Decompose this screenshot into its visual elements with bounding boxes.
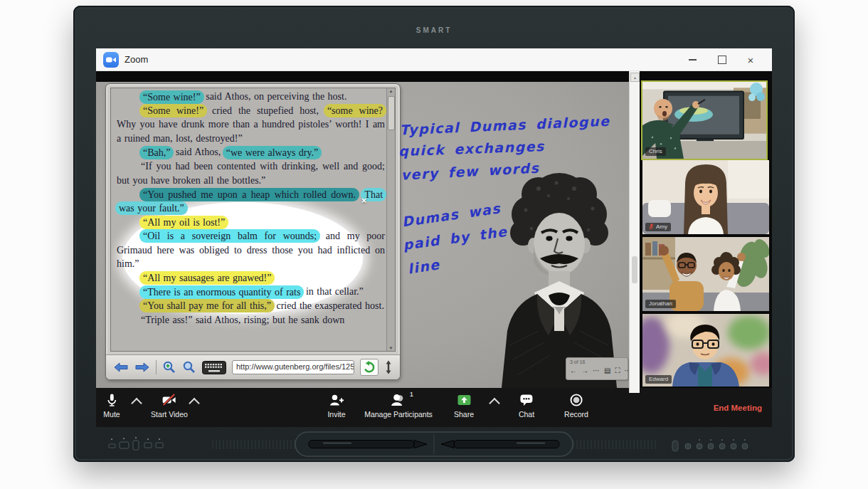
share-label: Share <box>454 410 474 419</box>
camera-off-icon <box>162 393 176 407</box>
video-tile-amy[interactable]: Amy <box>642 160 769 234</box>
video-tile-chris[interactable]: Chris <box>641 80 768 160</box>
invite-button[interactable]: Invite <box>327 393 345 419</box>
close-button[interactable]: × <box>736 48 765 71</box>
window-titlebar: Zoom × <box>96 48 772 71</box>
paragraph: “All my sausages are gnawed!” <box>117 271 385 285</box>
highlighted-text: “some wine? <box>324 104 386 117</box>
page-sorter-icon[interactable]: ▤ <box>604 367 610 375</box>
invite-label: Invite <box>327 410 345 419</box>
zoom-in-button[interactable] <box>162 360 176 374</box>
notebook-scroll-strip[interactable]: ▲ <box>629 71 640 393</box>
overflow-icon[interactable]: ⋯ <box>624 367 629 375</box>
participant-name-tag: Amy <box>645 223 671 231</box>
maximize-icon <box>718 56 726 64</box>
video-options-chevron[interactable] <box>191 399 199 407</box>
record-label: Record <box>564 410 588 419</box>
scrollbar-thumb[interactable] <box>388 96 395 130</box>
chat-button[interactable]: Chat <box>519 393 534 419</box>
paragraph: “Triple ass!” said Athos, rising; but he… <box>117 313 385 327</box>
microphone-icon <box>105 393 119 407</box>
participants-panel: Chris <box>639 71 772 427</box>
keyboard-button[interactable] <box>202 361 226 374</box>
zoom-out-button[interactable] <box>182 360 196 374</box>
dumas-portrait-sketch <box>489 167 629 388</box>
scroll-up-icon[interactable]: ▲ <box>387 89 395 93</box>
share-button[interactable]: Share <box>454 393 474 419</box>
paragraph: “All my oil is lost!” <box>117 215 385 229</box>
zoom-window: Zoom × × “Some wine!” said Athos, on per… <box>96 48 772 427</box>
minimize-icon <box>689 59 697 61</box>
fit-page-icon[interactable]: ⛶ <box>615 367 620 375</box>
participant-name: Jonathan <box>649 300 672 307</box>
end-meeting-button[interactable]: End Meeting <box>714 404 762 412</box>
zoom-logo-icon <box>103 52 119 68</box>
highlighted-text: “Some wine!” <box>139 90 204 104</box>
document-text: “Some wine!” said Athos, on perceiving t… <box>117 90 385 327</box>
screenshot-root: SMART Zoom × × <box>0 0 868 489</box>
paragraph: “If you had been contented with drinking… <box>117 159 385 187</box>
strip-scroll-thumb[interactable] <box>632 256 637 283</box>
participant-name-tag: Jonathan <box>645 300 676 308</box>
url-field[interactable]: http://www.gutenberg.org/files/1257 <box>232 360 354 374</box>
maximize-button[interactable] <box>708 48 736 71</box>
mute-options-chevron[interactable] <box>133 399 141 407</box>
highlighted-text: “There is an enormous quantity of rats <box>139 285 304 299</box>
muted-mic-icon <box>649 224 654 230</box>
meeting-toolbar: Mute Start Video Invite <box>96 388 772 427</box>
video-tile-jonathan[interactable]: Jonathan <box>642 237 769 311</box>
manage-participants-label: Manage Participants <box>364 410 433 419</box>
spotlight-close-icon[interactable]: × <box>361 196 366 205</box>
chevron-up-icon <box>189 398 200 409</box>
invite-person-icon <box>329 393 344 407</box>
page-counter: 3 of 16 <box>566 358 628 365</box>
scroll-down-icon[interactable]: ▼ <box>387 346 395 350</box>
chevron-up-icon <box>489 398 500 409</box>
browser-widget: × “Some wine!” said Athos, on perceiving… <box>105 83 401 380</box>
shared-screen: × “Some wine!” said Athos, on perceiving… <box>96 82 629 388</box>
participant-count-badge: 1 <box>410 390 413 398</box>
control-buttons <box>671 437 751 454</box>
participant-name: Edward <box>649 376 668 382</box>
paragraph: “Bah,” said Athos, “we were always dry.” <box>117 145 385 159</box>
previous-page-icon[interactable]: ← <box>570 367 577 375</box>
text-segment: said Athos, on perceiving the host. <box>203 91 347 102</box>
start-video-label: Start Video <box>151 410 188 419</box>
participant-name-tag: Chris <box>645 147 666 156</box>
browser-toolbar: http://www.gutenberg.org/files/1257 <box>106 354 400 379</box>
share-options-chevron[interactable] <box>491 399 499 407</box>
text-segment: said Athos, <box>172 147 223 157</box>
text-segment: Why you have drunk more than a hundred p… <box>117 119 385 144</box>
smart-board-monitor: SMART Zoom × × <box>73 6 795 462</box>
pen-tray <box>295 431 573 458</box>
refresh-button[interactable] <box>360 359 379 376</box>
resize-handle[interactable] <box>384 360 393 374</box>
strip-scroll-up-icon[interactable]: ▲ <box>630 73 640 82</box>
highlighted-text: “Oil is a sovereign balm for wounds; <box>139 229 320 243</box>
start-video-button[interactable]: Start Video <box>151 393 188 419</box>
handwritten-note-paid-by-line: Dumas was paid by the line <box>401 196 514 280</box>
mute-button[interactable]: Mute <box>103 393 120 419</box>
paragraph: “You pushed me upon a heap which rolled … <box>117 187 385 215</box>
text-segment: in that cellar.” <box>302 286 363 297</box>
manage-participants-button[interactable]: 1 Manage Participants <box>364 393 433 419</box>
stylus-pen-right <box>441 441 559 448</box>
highlighted-text: “Bah,” <box>139 146 174 159</box>
minimize-button[interactable] <box>678 48 706 71</box>
next-page-icon[interactable]: → <box>581 367 588 375</box>
paragraph: “You shall pay me for all this,” cried t… <box>117 299 385 313</box>
participants-icon <box>390 393 407 407</box>
highlighted-text: “All my oil is lost!” <box>139 216 228 229</box>
page-navigation-toolbar: 3 of 16 ← → ⋯ ▤ ⛶ ⋯ <box>566 357 628 380</box>
text-segment: “If you had been contented with drinking… <box>117 161 385 186</box>
document-scrollbar[interactable]: ▲ ▼ <box>386 88 395 351</box>
window-title: Zoom <box>125 54 148 65</box>
mute-label: Mute <box>103 410 120 419</box>
highlighted-text: “Some wine!” <box>139 104 207 117</box>
more-options-icon[interactable]: ⋯ <box>593 367 600 375</box>
video-tile-edward[interactable]: Edward <box>642 314 769 387</box>
chat-label: Chat <box>519 410 534 419</box>
forward-button[interactable] <box>134 362 150 373</box>
back-button[interactable] <box>113 362 129 373</box>
record-button[interactable]: Record <box>564 393 588 419</box>
